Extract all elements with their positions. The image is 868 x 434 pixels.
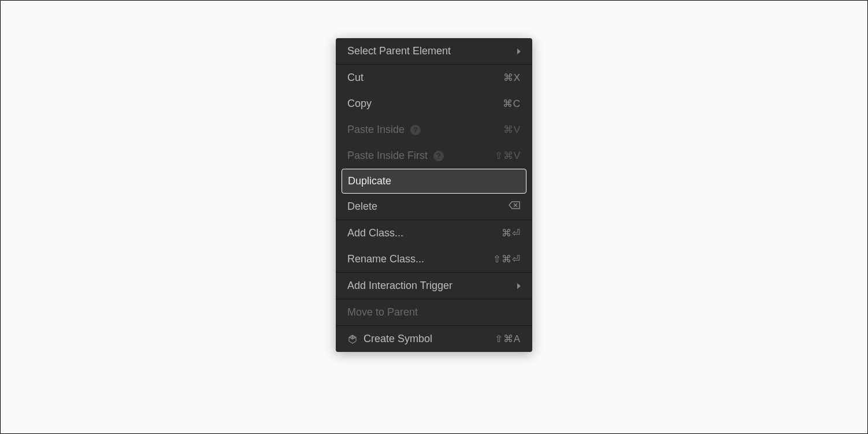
chevron-right-icon — [517, 49, 521, 54]
menu-label: Select Parent Element — [347, 45, 451, 57]
shortcut-label: ⌘⏎ — [502, 227, 521, 239]
menu-label: Create Symbol — [363, 333, 432, 345]
shortcut-label: ⇧⌘V — [495, 150, 521, 162]
menu-label: Add Class... — [347, 227, 403, 239]
menu-label: Paste Inside — [347, 124, 405, 136]
menu-item-add-interaction-trigger[interactable]: Add Interaction Trigger — [336, 273, 532, 299]
shortcut-label: ⇧⌘⏎ — [493, 253, 521, 265]
menu-label: Delete — [347, 201, 377, 213]
shortcut-label: ⌘V — [503, 124, 521, 136]
menu-item-create-symbol[interactable]: Create Symbol ⇧⌘A — [336, 326, 532, 352]
menu-label: Add Interaction Trigger — [347, 280, 452, 292]
menu-label: Cut — [347, 72, 363, 84]
cube-icon — [347, 334, 358, 344]
menu-label: Duplicate — [348, 175, 391, 187]
context-menu: Select Parent Element Cut ⌘X Copy ⌘C Pas… — [336, 38, 532, 352]
menu-item-rename-class[interactable]: Rename Class... ⇧⌘⏎ — [336, 246, 532, 272]
menu-item-cut[interactable]: Cut ⌘X — [336, 65, 532, 91]
menu-label: Copy — [347, 98, 372, 110]
menu-item-duplicate[interactable]: Duplicate — [342, 169, 526, 194]
shortcut-label: ⌘X — [503, 72, 521, 84]
menu-item-delete[interactable]: Delete — [336, 194, 532, 220]
backspace-icon — [508, 201, 521, 213]
menu-item-select-parent[interactable]: Select Parent Element — [336, 38, 532, 64]
menu-label: Rename Class... — [347, 253, 424, 265]
chevron-right-icon — [517, 283, 521, 289]
menu-label: Move to Parent — [347, 306, 418, 318]
menu-label: Paste Inside First — [347, 150, 428, 162]
menu-item-paste-inside-first: Paste Inside First ? ⇧⌘V — [336, 143, 532, 169]
menu-item-add-class[interactable]: Add Class... ⌘⏎ — [336, 220, 532, 246]
shortcut-label: ⇧⌘A — [495, 333, 521, 345]
shortcut-label: ⌘C — [503, 98, 521, 110]
help-icon: ? — [433, 151, 444, 161]
menu-item-move-to-parent: Move to Parent — [336, 299, 532, 325]
menu-item-paste-inside: Paste Inside ? ⌘V — [336, 117, 532, 143]
menu-item-copy[interactable]: Copy ⌘C — [336, 91, 532, 117]
help-icon: ? — [410, 125, 421, 135]
